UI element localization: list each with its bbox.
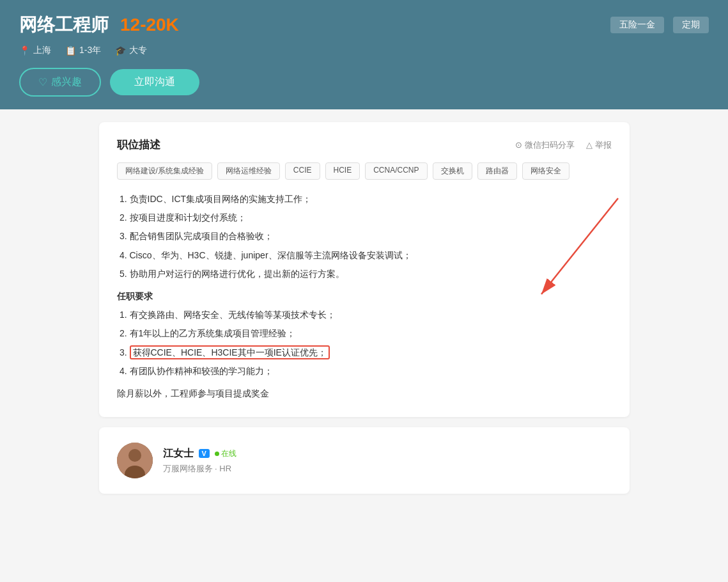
report-label: 举报 xyxy=(595,139,612,151)
hr-name: 江女士 xyxy=(163,447,194,460)
share-label: 微信扫码分享 xyxy=(525,139,575,151)
education-text: 大专 xyxy=(129,45,147,56)
hr-card: 江女士 V 在线 万服网络服务 · HR xyxy=(99,427,630,494)
contact-label: 立即沟通 xyxy=(134,76,175,87)
heart-icon: ♡ xyxy=(38,76,47,88)
svg-point-3 xyxy=(128,449,141,462)
extra-info: 除月薪以外，工程师参与项目提成奖金 xyxy=(117,386,612,402)
avatar xyxy=(117,443,153,478)
verified-badge: V xyxy=(199,449,210,458)
card-title: 职位描述 xyxy=(117,138,160,152)
meta-location: 📍 上海 xyxy=(19,45,51,56)
req-4: 有团队协作精神和较强的学习能力； xyxy=(130,363,612,379)
education-icon: 🎓 xyxy=(115,45,126,56)
report-button[interactable]: △ 举报 xyxy=(586,139,612,151)
avatar-svg xyxy=(117,443,153,478)
qrcode-icon: ⊙ xyxy=(515,140,522,150)
online-dot xyxy=(215,452,219,456)
req-3-highlighted: 获得CCIE、HCIE、H3CIE其中一项IE认证优先； xyxy=(130,345,612,361)
job-content: 负责IDC、ICT集成项目网络的实施支持工作； 按项目进度和计划交付系统； 配合… xyxy=(117,191,612,402)
job-header: 网络工程师 12-20K 五险一金 定期 📍 上海 📋 1-3年 🎓 大专 ♡ … xyxy=(0,0,728,109)
avatar-image xyxy=(117,443,153,478)
badge-insurance: 五险一金 xyxy=(610,17,664,33)
header-actions: ♡ 感兴趣 立即沟通 xyxy=(19,68,709,97)
duties-list: 负责IDC、ICT集成项目网络的实施支持工作； 按项目进度和计划交付系统； 配合… xyxy=(117,191,612,282)
tag-5: 交换机 xyxy=(433,162,472,180)
hr-name-row: 江女士 V 在线 xyxy=(163,447,236,460)
tags-container: 网络建设/系统集成经验 网络运维经验 CCIE HCIE CCNA/CCNP 交… xyxy=(117,162,612,180)
requirements-list: 有交换路由、网络安全、无线传输等某项技术专长； 有1年以上的乙方系统集成项目管理… xyxy=(117,307,612,379)
duty-4: Cisco、华为、H3C、锐捷、juniper、深信服等主流网络设备安装调试； xyxy=(130,248,612,263)
job-desc-card: 职位描述 ⊙ 微信扫码分享 △ 举报 网络建设/系统集成经验 网络运维经验 CC… xyxy=(99,122,630,417)
tag-4: CCNA/CCNP xyxy=(365,162,427,180)
contact-button[interactable]: 立即沟通 xyxy=(110,69,199,95)
card-header: 职位描述 ⊙ 微信扫码分享 △ 举报 xyxy=(117,138,612,152)
hr-role: 万服网络服务 · HR xyxy=(163,463,236,475)
highlighted-text: 获得CCIE、HCIE、H3CIE其中一项IE认证优先； xyxy=(130,345,330,359)
online-badge: 在线 xyxy=(215,448,236,459)
duty-1: 负责IDC、ICT集成项目网络的实施支持工作； xyxy=(130,191,612,207)
flag-icon: △ xyxy=(586,140,592,150)
tag-0: 网络建设/系统集成经验 xyxy=(117,162,212,180)
location-icon: 📍 xyxy=(19,45,30,56)
experience-text: 1-3年 xyxy=(79,45,101,56)
tag-3: HCIE xyxy=(325,162,360,180)
badge-period: 定期 xyxy=(673,17,709,33)
meta-education: 🎓 大专 xyxy=(115,45,147,56)
location-text: 上海 xyxy=(33,45,51,56)
header-meta: 📍 上海 📋 1-3年 🎓 大专 xyxy=(19,45,709,56)
salary: 12-20K xyxy=(120,15,179,35)
job-title: 网络工程师 xyxy=(19,13,109,37)
meta-experience: 📋 1-3年 xyxy=(65,45,101,56)
req-1: 有交换路由、网络安全、无线传输等某项技术专长； xyxy=(130,307,612,323)
tag-2: CCIE xyxy=(285,162,320,180)
interest-button[interactable]: ♡ 感兴趣 xyxy=(19,68,101,97)
req-2: 有1年以上的乙方系统集成项目管理经验； xyxy=(130,326,612,342)
main-content: 职位描述 ⊙ 微信扫码分享 △ 举报 网络建设/系统集成经验 网络运维经验 CC… xyxy=(89,122,639,494)
online-label: 在线 xyxy=(221,448,236,459)
duty-2: 按项目进度和计划交付系统； xyxy=(130,210,612,226)
requirements-wrapper: 有交换路由、网络安全、无线传输等某项技术专长； 有1年以上的乙方系统集成项目管理… xyxy=(117,307,612,379)
interest-label: 感兴趣 xyxy=(51,75,82,89)
hr-details: 江女士 V 在线 万服网络服务 · HR xyxy=(163,447,236,475)
share-button[interactable]: ⊙ 微信扫码分享 xyxy=(515,139,575,151)
hr-info-container: 江女士 V 在线 万服网络服务 · HR xyxy=(117,443,612,478)
tag-1: 网络运维经验 xyxy=(217,162,280,180)
requirements-label: 任职要求 xyxy=(117,288,612,304)
duty-5: 协助用户对运行的网络进行优化，提出新的运行方案。 xyxy=(130,266,612,282)
tag-7: 网络安全 xyxy=(522,162,569,180)
card-actions: ⊙ 微信扫码分享 △ 举报 xyxy=(515,139,612,151)
experience-icon: 📋 xyxy=(65,45,76,56)
tag-6: 路由器 xyxy=(477,162,517,180)
duty-3: 配合销售团队完成项目的合格验收； xyxy=(130,228,612,244)
header-badges: 五险一金 定期 xyxy=(610,17,709,33)
